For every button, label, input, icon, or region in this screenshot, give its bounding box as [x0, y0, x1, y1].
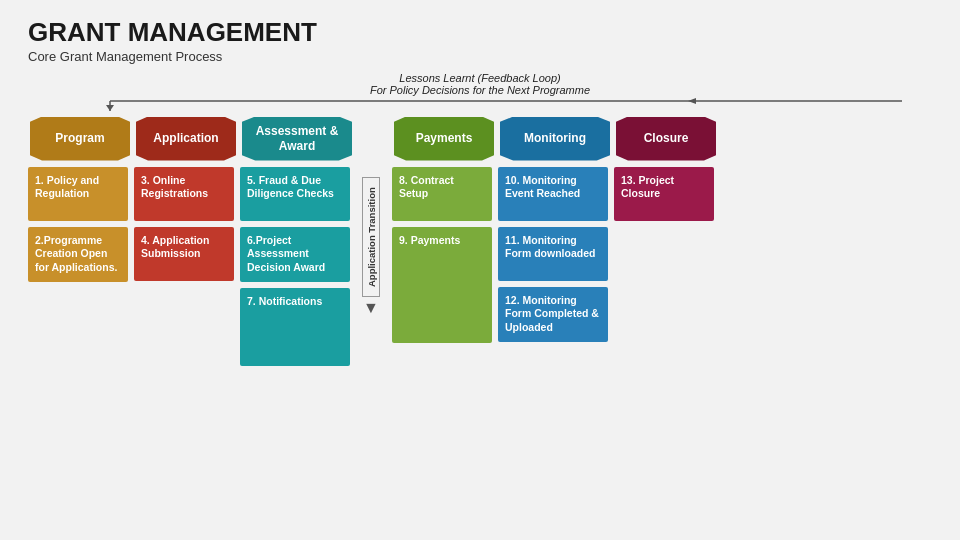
box-4: 4. Application Submission [134, 227, 234, 281]
box-3: 3. Online Registrations [134, 167, 234, 221]
box-12: 12. Monitoring Form Completed & Uploaded [498, 287, 608, 342]
box-10: 10. Monitoring Event Reached [498, 167, 608, 221]
col-assessment: 5. Fraud & Due Diligence Checks 6.Projec… [240, 167, 350, 366]
box-5: 5. Fraud & Due Diligence Checks [240, 167, 350, 221]
col-application: 3. Online Registrations 4. Application S… [134, 167, 234, 281]
sub-title: Core Grant Management Process [28, 49, 932, 64]
box-8: 8. Contract Setup [392, 167, 492, 221]
header-application: Application [136, 117, 236, 161]
down-arrow: ▼ [363, 299, 379, 317]
feedback-section: Lessons Learnt (Feedback Loop) For Polic… [28, 72, 932, 115]
box-6: 6.Project Assessment Decision Award [240, 227, 350, 282]
main-title: GRANT MANAGEMENT [28, 18, 932, 47]
svg-marker-4 [688, 98, 696, 104]
box-13: 13. Project Closure [614, 167, 714, 221]
content-area: 1. Policy and Regulation 2.Programme Cre… [28, 167, 932, 366]
headers-row: Program Application Assessment & Award P… [28, 117, 932, 161]
svg-marker-3 [106, 105, 114, 111]
col-program: 1. Policy and Regulation 2.Programme Cre… [28, 167, 128, 282]
header-monitoring: Monitoring [500, 117, 610, 161]
col-closure: 13. Project Closure [614, 167, 714, 221]
transition-label: Application Transition [362, 177, 380, 297]
col-payments: 8. Contract Setup 9. Payments [392, 167, 492, 343]
feedback-text-2: For Policy Decisions for the Next Progra… [370, 84, 590, 96]
feedback-text-1: Lessons Learnt (Feedback Loop) [399, 72, 560, 84]
col-monitoring: 10. Monitoring Event Reached 11. Monitor… [498, 167, 608, 342]
box-1: 1. Policy and Regulation [28, 167, 128, 221]
box-9: 9. Payments [392, 227, 492, 343]
header-program: Program [30, 117, 130, 161]
page: GRANT MANAGEMENT Core Grant Management P… [0, 0, 960, 540]
header-closure: Closure [616, 117, 716, 161]
box-11: 11. Monitoring Form downloaded [498, 227, 608, 281]
header-assessment: Assessment & Award [242, 117, 352, 161]
box-7: 7. Notifications [240, 288, 350, 366]
feedback-arrow-svg [58, 97, 902, 115]
transition-area: Application Transition ▼ [356, 167, 386, 317]
header-payments: Payments [394, 117, 494, 161]
box-2: 2.Programme Creation Open for Applicatio… [28, 227, 128, 282]
